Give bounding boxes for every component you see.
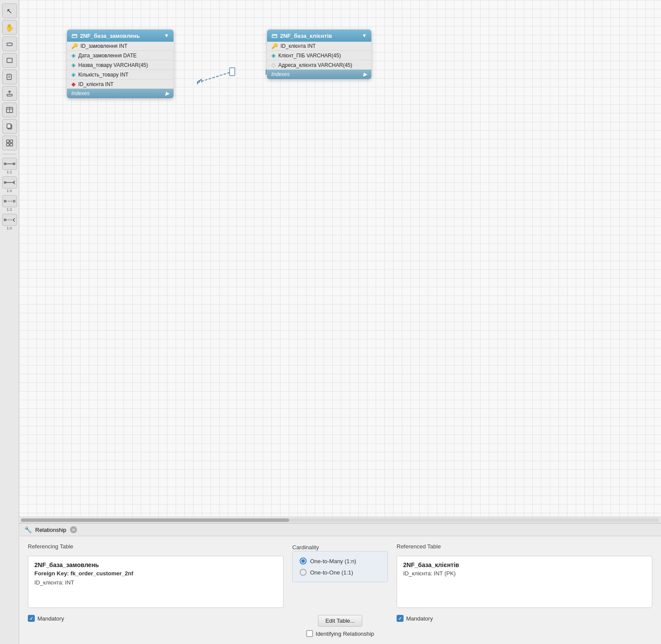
table2-header[interactable]: 🗃 2NF_база_клієнтів ▼ bbox=[267, 30, 371, 42]
radio-one-to-one-circle[interactable] bbox=[300, 569, 307, 576]
relation-11[interactable]: 1:1 bbox=[2, 158, 17, 175]
referenced-box: 2NF_база_клієнтів ID_клієнта: INT (PK) bbox=[397, 556, 652, 608]
table-row[interactable]: ◈ Клієнт_ПІБ VARCHAR(45) bbox=[267, 51, 371, 60]
col-name: ID_клієнта INT bbox=[78, 81, 114, 87]
svg-rect-11 bbox=[7, 124, 11, 128]
relation-1nb[interactable]: 1:n bbox=[2, 214, 17, 231]
table1-header[interactable]: 🗃 2NF_база_замовлень ▼ bbox=[67, 30, 174, 42]
panel-close-button[interactable]: ✕ bbox=[70, 526, 77, 533]
mandatory-right-row[interactable]: Mandatory bbox=[397, 615, 652, 622]
cardinality-label: Cardinality bbox=[292, 544, 319, 551]
relation-1nb-label: 1:n bbox=[7, 226, 12, 231]
identifying-row[interactable]: Identifying Relationship bbox=[306, 630, 374, 637]
divider1 bbox=[3, 154, 16, 154]
svg-rect-5 bbox=[7, 94, 12, 96]
select-tool[interactable]: ↖ bbox=[2, 3, 17, 18]
radio-one-to-many-circle[interactable] bbox=[300, 558, 307, 564]
table2-expand[interactable]: ▼ bbox=[362, 33, 367, 39]
table-row[interactable]: 🔑 ID_клієнта INT bbox=[267, 42, 371, 51]
table-row[interactable]: ◆ ID_клієнта INT bbox=[67, 80, 174, 89]
table-row[interactable]: ◇ Адреса_клієнта VARCHAR(45) bbox=[267, 60, 371, 70]
canvas[interactable]: 🗃 2NF_база_замовлень ▼ 🔑 ID_замовлення I… bbox=[19, 0, 661, 517]
col-name: Кількість_товару INT bbox=[78, 72, 128, 78]
table1-expand[interactable]: ▼ bbox=[164, 33, 169, 39]
col-name: Назва_товару VARCHAR(45) bbox=[78, 62, 148, 68]
relation-11b[interactable]: 1:1 bbox=[2, 195, 17, 212]
radio-one-to-one-label: One-to-One (1:1) bbox=[310, 569, 353, 576]
indexes-label: Indexes bbox=[71, 90, 90, 96]
table-row[interactable]: ◈ Назва_товару VARCHAR(45) bbox=[67, 60, 174, 70]
mandatory-left-row[interactable]: Mandatory bbox=[28, 615, 284, 622]
copy-tool[interactable] bbox=[2, 119, 17, 134]
referencing-table-name: 2NF_база_замовлень bbox=[34, 561, 277, 568]
table1-icon: 🗃 bbox=[71, 32, 77, 39]
indexes-label: Indexes bbox=[271, 71, 290, 77]
identifying-label: Identifying Relationship bbox=[316, 631, 374, 637]
referenced-label: Referenced Table bbox=[397, 543, 652, 550]
note-tool[interactable] bbox=[2, 70, 17, 84]
col-name: Клієнт_ПІБ VARCHAR(45) bbox=[278, 53, 341, 59]
table-row[interactable]: 🔑 ID_замовлення INT bbox=[67, 42, 174, 51]
table-tool[interactable] bbox=[2, 103, 17, 117]
cardinality-box: One-to-Many (1:n) One-to-One (1:1) bbox=[292, 551, 388, 582]
rect-tool[interactable] bbox=[2, 53, 17, 68]
table-row[interactable]: ◈ Дата_замовлення DATE bbox=[67, 51, 174, 60]
main-area: 🗃 2NF_база_замовлень ▼ 🔑 ID_замовлення I… bbox=[19, 0, 661, 644]
svg-line-37 bbox=[197, 72, 232, 83]
footer-center: Edit Table... Identifying Relationship bbox=[292, 615, 388, 637]
wrench-icon: 🔧 bbox=[24, 526, 32, 533]
col-name: Адреса_клієнта VARCHAR(45) bbox=[278, 62, 352, 68]
radio-one-to-many[interactable]: One-to-Many (1:n) bbox=[300, 558, 381, 564]
diamond-icon: ◈ bbox=[71, 71, 76, 78]
identifying-checkbox[interactable] bbox=[306, 630, 313, 637]
referencing-fk: Foreign Key: fk_order_customer_2nf bbox=[34, 570, 277, 577]
copy2-tool[interactable] bbox=[2, 136, 17, 150]
table-node-2[interactable]: 🗃 2NF_база_клієнтів ▼ 🔑 ID_клієнта INT ◈… bbox=[267, 30, 371, 79]
svg-line-38 bbox=[197, 79, 202, 82]
col-name: ID_замовлення INT bbox=[80, 43, 127, 49]
table2-indexes[interactable]: Indexes ▶ bbox=[267, 70, 371, 79]
fk-value: fk_order_customer_2nf bbox=[70, 570, 134, 577]
radio-one-to-one[interactable]: One-to-One (1:1) bbox=[300, 569, 381, 576]
panel-header: 🔧 Relationship ✕ bbox=[19, 524, 661, 536]
canvas-scrollbar[interactable] bbox=[19, 517, 661, 523]
mandatory-left-checkbox[interactable] bbox=[28, 615, 35, 622]
svg-rect-15 bbox=[10, 143, 13, 146]
key-icon: 🔑 bbox=[271, 43, 278, 49]
scrollbar-track[interactable] bbox=[21, 518, 659, 522]
table-node-1[interactable]: 🗃 2NF_база_замовлень ▼ 🔑 ID_замовлення I… bbox=[67, 30, 174, 98]
table2-body: 🔑 ID_клієнта INT ◈ Клієнт_ПІБ VARCHAR(45… bbox=[267, 42, 371, 70]
scrollbar-thumb[interactable] bbox=[21, 518, 289, 522]
relation-11-label: 1:1 bbox=[7, 170, 12, 175]
referencing-label: Referencing Table bbox=[28, 543, 284, 550]
upload-tool[interactable] bbox=[2, 86, 17, 101]
col-name: Дата_замовлення DATE bbox=[78, 53, 137, 59]
panel-footer: Mandatory Edit Table... Identifying Rela… bbox=[19, 615, 661, 644]
panel-content: Referencing Table 2NF_база_замовлень For… bbox=[19, 536, 661, 615]
indexes-arrow: ▶ bbox=[363, 71, 367, 77]
toolbar: ↖ ✋ 1:1 1:n 1:1 bbox=[0, 0, 19, 644]
svg-rect-14 bbox=[7, 143, 9, 146]
edit-table-button[interactable]: Edit Table... bbox=[318, 615, 362, 627]
cardinality-section: Cardinality One-to-Many (1:n) One-to-One… bbox=[292, 543, 388, 608]
empty-diamond-icon: ◇ bbox=[271, 62, 276, 68]
fk-icon: ◆ bbox=[71, 81, 76, 87]
table1-indexes[interactable]: Indexes ▶ bbox=[67, 89, 174, 98]
hand-tool[interactable]: ✋ bbox=[2, 20, 17, 35]
svg-rect-1 bbox=[7, 58, 12, 63]
relation-11b-label: 1:1 bbox=[7, 208, 12, 212]
bottom-panel: 🔧 Relationship ✕ Referencing Table 2NF_б… bbox=[19, 523, 661, 644]
mandatory-right-checkbox[interactable] bbox=[397, 615, 404, 622]
diamond-icon: ◈ bbox=[271, 52, 276, 59]
radio-one-to-many-label: One-to-Many (1:n) bbox=[310, 558, 356, 564]
footer-right: Mandatory bbox=[397, 615, 652, 622]
mandatory-left-label: Mandatory bbox=[37, 615, 64, 622]
relation-1n[interactable]: 1:n bbox=[2, 176, 17, 193]
table-row[interactable]: ◈ Кількість_товару INT bbox=[67, 70, 174, 80]
mandatory-right-label: Mandatory bbox=[406, 615, 433, 622]
col-name: ID_клієнта INT bbox=[280, 43, 316, 49]
indexes-arrow: ▶ bbox=[165, 90, 169, 96]
eraser-tool[interactable] bbox=[2, 37, 17, 51]
svg-rect-0 bbox=[7, 43, 12, 46]
relation-1n-label: 1:n bbox=[7, 189, 12, 193]
